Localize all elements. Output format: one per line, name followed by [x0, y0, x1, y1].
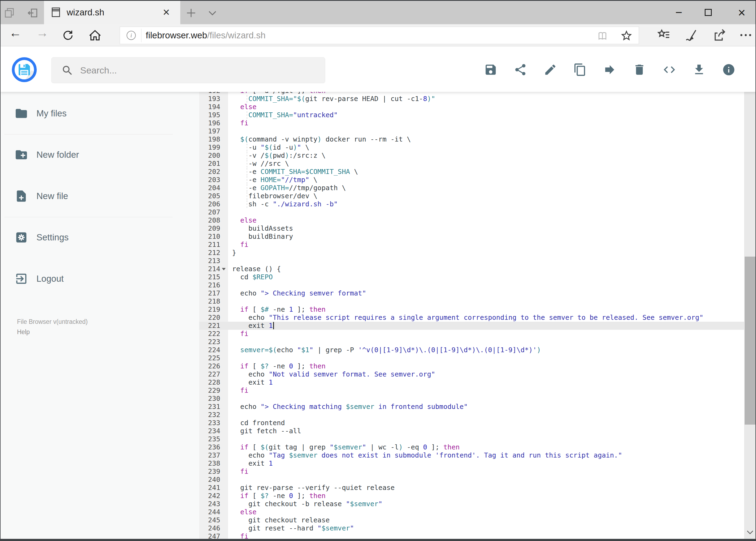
download-button[interactable] — [692, 63, 706, 76]
fold-arrow-icon[interactable] — [222, 268, 226, 270]
tab-close-icon[interactable]: × — [160, 6, 173, 19]
code-line-239[interactable]: 239 fi — [199, 467, 744, 476]
line-number[interactable]: 192 — [199, 92, 220, 95]
code-line-234[interactable]: 234 git fetch --all — [199, 427, 744, 435]
line-number[interactable]: 196 — [199, 119, 220, 127]
code-line-199[interactable]: 199 -u "$(id -u)" \ — [199, 144, 744, 152]
line-number[interactable]: 243 — [199, 500, 220, 508]
code-line-222[interactable]: 222 fi — [199, 330, 744, 338]
code-line-216[interactable]: 216 — [199, 281, 744, 289]
line-number[interactable]: 214 — [199, 265, 220, 273]
code-line-217[interactable]: 217 echo "> Checking semver format" — [199, 289, 744, 297]
code-editor[interactable]: 192 if [ -d /.git ]; then193 COMMIT_SHA=… — [199, 92, 744, 539]
line-number[interactable]: 237 — [199, 451, 220, 459]
code-line-229[interactable]: 229 fi — [199, 386, 744, 395]
code-line-197[interactable]: 197 — [199, 127, 744, 135]
more-options-icon[interactable] — [739, 28, 753, 42]
code-line-208[interactable]: 208 else — [199, 216, 744, 225]
line-number[interactable]: 226 — [199, 362, 220, 370]
line-number[interactable]: 218 — [199, 297, 220, 305]
code-line-224[interactable]: 224 semver=$(echo "$1" | grep -P '^v(0|[… — [199, 346, 744, 354]
search-box[interactable] — [51, 57, 325, 83]
code-line-213[interactable]: 213 — [199, 257, 744, 265]
tab-wizard-sh[interactable]: wizard.sh × — [44, 1, 180, 24]
line-number[interactable]: 225 — [199, 354, 220, 362]
help-link[interactable]: Help — [17, 328, 30, 336]
line-number[interactable]: 240 — [199, 476, 220, 484]
tabs-preview-icon[interactable] — [3, 7, 16, 19]
info-circle-icon[interactable]: i — [126, 31, 136, 40]
code-line-211[interactable]: 211 fi — [199, 241, 744, 249]
code-line-237[interactable]: 237 echo "Tag $semver does not exist in … — [199, 451, 744, 459]
close-button[interactable]: × — [733, 4, 751, 21]
scroll-down-icon[interactable] — [745, 527, 755, 537]
filebrowser-logo[interactable] — [11, 57, 37, 83]
code-line-226[interactable]: 226 if [ $? -ne 0 ]; then — [199, 362, 744, 370]
line-number[interactable]: 205 — [199, 192, 220, 200]
line-number[interactable]: 210 — [199, 233, 220, 241]
new-tab-button[interactable] — [185, 7, 197, 19]
code-line-236[interactable]: 236 if [ $(git tag | grep "$semver" | wc… — [199, 443, 744, 451]
line-number[interactable]: 216 — [199, 281, 220, 289]
line-number[interactable]: 215 — [199, 273, 220, 281]
code-line-232[interactable]: 232 — [199, 411, 744, 419]
code-line-206[interactable]: 206 sh -c "./wizard.sh -b" — [199, 200, 744, 208]
line-number[interactable]: 229 — [199, 386, 220, 395]
info-button[interactable] — [722, 63, 735, 76]
code-line-214[interactable]: 214release () { — [199, 265, 744, 273]
line-number[interactable]: 211 — [199, 241, 220, 249]
web-note-pen-icon[interactable] — [684, 28, 698, 42]
search-input[interactable] — [80, 58, 317, 83]
tab-setaside-icon[interactable] — [26, 7, 39, 19]
delete-button[interactable] — [632, 63, 646, 76]
address-bar[interactable]: i filebrowser.web/files/wizard.sh — [120, 26, 639, 44]
line-number[interactable]: 202 — [199, 168, 220, 176]
refresh-icon[interactable] — [61, 29, 75, 42]
sidebar-item-settings[interactable]: Settings — [0, 223, 199, 252]
line-number[interactable]: 242 — [199, 492, 220, 500]
line-number[interactable]: 232 — [199, 411, 220, 419]
line-number[interactable]: 244 — [199, 508, 220, 516]
line-number[interactable]: 228 — [199, 378, 220, 386]
line-number[interactable]: 193 — [199, 95, 220, 103]
vertical-scrollbar[interactable] — [744, 46, 756, 539]
code-line-223[interactable]: 223 — [199, 338, 744, 346]
code-line-212[interactable]: 212} — [199, 249, 744, 257]
code-line-225[interactable]: 225 — [199, 354, 744, 362]
code-line-215[interactable]: 215 cd $REPO — [199, 273, 744, 281]
line-number[interactable]: 221 — [199, 322, 220, 330]
code-line-192[interactable]: 192 if [ -d /.git ]; then — [199, 92, 744, 95]
home-icon[interactable] — [88, 29, 102, 42]
line-number[interactable]: 207 — [199, 208, 220, 216]
line-number[interactable]: 206 — [199, 200, 220, 208]
code-line-242[interactable]: 242 if [ $? -ne 0 ]; then — [199, 492, 744, 500]
code-line-207[interactable]: 207 — [199, 208, 744, 216]
line-number[interactable]: 194 — [199, 103, 220, 111]
code-line-244[interactable]: 244 else — [199, 508, 744, 516]
code-line-246[interactable]: 246 git reset --hard "$semver" — [199, 524, 744, 532]
sidebar-item-my-files[interactable]: My files — [0, 99, 199, 128]
line-number[interactable]: 241 — [199, 484, 220, 492]
sidebar-item-new-file[interactable]: New file — [0, 181, 199, 211]
minimize-button[interactable]: − — [670, 4, 688, 21]
line-number[interactable]: 208 — [199, 216, 220, 225]
code-line-194[interactable]: 194 else — [199, 103, 744, 111]
code-line-205[interactable]: 205 filebrowser/dev \ — [199, 192, 744, 200]
code-line-203[interactable]: 203 -e HOME="//tmp" \ — [199, 176, 744, 184]
line-number[interactable]: 231 — [199, 403, 220, 411]
line-number[interactable]: 201 — [199, 160, 220, 168]
code-line-240[interactable]: 240 — [199, 476, 744, 484]
code-line-228[interactable]: 228 exit 1 — [199, 378, 744, 386]
line-number[interactable]: 204 — [199, 184, 220, 192]
line-number[interactable]: 239 — [199, 467, 220, 476]
maximize-button[interactable] — [699, 4, 717, 21]
code-line-247[interactable]: 247 fi — [199, 532, 744, 539]
code-line-245[interactable]: 245 git checkout release — [199, 516, 744, 524]
line-number[interactable]: 212 — [199, 249, 220, 257]
share-button[interactable] — [514, 63, 527, 76]
code-line-238[interactable]: 238 exit 1 — [199, 459, 744, 467]
line-number[interactable]: 220 — [199, 313, 220, 322]
code-line-219[interactable]: 219 if [ $# -ne 1 ]; then — [199, 305, 744, 313]
line-number[interactable]: 199 — [199, 144, 220, 152]
code-line-204[interactable]: 204 -e GOPATH=//tmp/gopath \ — [199, 184, 744, 192]
